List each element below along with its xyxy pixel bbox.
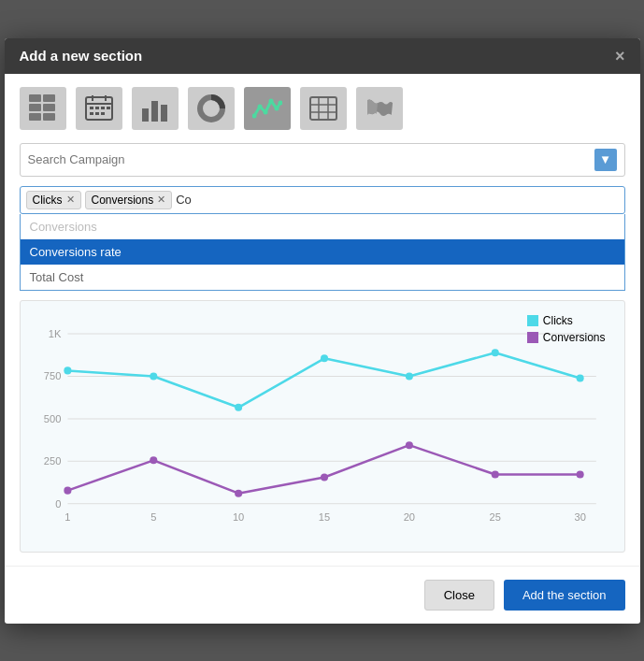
list-icon-box[interactable] [300,87,347,130]
svg-rect-13 [107,107,110,109]
close-button[interactable]: Close [424,580,494,611]
svg-rect-16 [101,112,105,115]
map-icon [365,93,394,123]
svg-text:30: 30 [574,510,585,522]
icon-row [20,87,625,130]
donut-chart-icon [196,93,226,123]
modal-body: ▼ Clicks ✕ Conversions ✕ Conversions Con… [5,74,640,566]
donut-chart-icon-box[interactable] [188,87,235,130]
svg-rect-10 [90,107,93,109]
legend-clicks-label: Clicks [543,314,573,327]
svg-rect-4 [29,113,41,121]
svg-text:1K: 1K [48,328,61,339]
list-icon [308,93,338,123]
bar-chart-icon [140,93,170,123]
svg-text:750: 750 [43,370,61,381]
add-section-button[interactable]: Add the section [504,580,625,611]
modal-header: Add a new section × [5,38,640,74]
svg-point-54 [320,354,327,362]
line-chart-icon-box[interactable] [244,87,291,130]
svg-text:15: 15 [318,510,329,522]
calendar-icon-box[interactable] [76,87,122,130]
svg-rect-5 [43,113,55,121]
line-chart-icon [252,93,282,123]
svg-rect-1 [43,94,55,102]
svg-text:5: 5 [150,510,156,522]
svg-text:10: 10 [232,510,243,522]
metrics-dropdown: Conversions Conversions rate Total Cost [20,214,625,291]
legend-conversions: Conversions [527,331,606,344]
legend-conversions-label: Conversions [543,331,606,344]
svg-text:0: 0 [55,497,61,509]
svg-rect-32 [527,315,538,326]
metrics-input-row[interactable]: Clicks ✕ Conversions ✕ [20,186,625,214]
dropdown-item-total-cost[interactable]: Total Cost [21,265,624,290]
modal-title: Add a new section [20,48,143,64]
svg-point-55 [405,372,412,380]
search-campaign-input[interactable] [28,152,594,166]
svg-rect-17 [142,108,149,122]
conversions-tag-label: Conversions [92,194,154,207]
map-icon-box[interactable] [356,87,403,130]
svg-rect-12 [101,107,105,109]
svg-rect-3 [43,104,55,111]
svg-text:1: 1 [64,510,70,522]
line-chart-svg: 1K 750 500 250 0 1 5 10 15 20 25 30 [30,314,615,542]
svg-rect-14 [90,112,93,115]
svg-text:20: 20 [403,510,414,522]
svg-rect-27 [310,97,336,120]
dropdown-item-conversions[interactable]: Conversions [21,214,624,239]
svg-text:500: 500 [43,412,61,424]
svg-point-24 [268,98,273,103]
data-table-icon [28,93,58,123]
svg-point-59 [150,456,157,464]
clicks-tag-label: Clicks [33,194,63,207]
svg-rect-0 [29,94,41,102]
svg-point-23 [263,109,267,114]
svg-text:250: 250 [43,455,61,467]
svg-point-58 [64,486,71,494]
metrics-tag-input[interactable] [176,193,333,207]
svg-rect-11 [95,107,99,109]
svg-point-57 [576,374,583,381]
svg-point-51 [64,366,71,374]
chart-area: Clicks Conversions 1K 750 500 250 [20,300,625,553]
svg-rect-15 [95,112,99,115]
bar-chart-icon-box[interactable] [132,87,179,130]
data-table-icon-box[interactable] [20,87,66,130]
search-campaign-row: ▼ [20,143,625,177]
svg-point-56 [491,349,498,356]
svg-point-52 [150,372,157,380]
close-icon[interactable]: × [615,48,625,65]
svg-point-60 [235,489,242,496]
clicks-tag: Clicks ✕ [26,191,81,209]
svg-point-63 [491,470,498,478]
legend-clicks: Clicks [527,314,606,327]
svg-text:25: 25 [489,510,500,522]
modal: Add a new section × [5,38,640,624]
svg-point-64 [576,470,583,478]
svg-point-22 [257,104,262,108]
svg-rect-2 [29,104,41,111]
svg-point-25 [274,106,279,110]
clicks-legend-icon [527,315,538,326]
svg-rect-33 [527,332,538,343]
svg-point-61 [320,473,327,481]
calendar-icon [84,93,114,123]
conversions-legend-icon [527,332,538,343]
conversions-tag-remove[interactable]: ✕ [157,194,165,206]
svg-point-53 [235,403,242,410]
chart-legend: Clicks Conversions [527,314,606,344]
conversions-tag: Conversions ✕ [85,191,173,209]
dropdown-item-conversions-rate[interactable]: Conversions rate [21,239,624,265]
svg-point-62 [405,441,412,449]
svg-rect-18 [151,101,158,122]
clicks-tag-remove[interactable]: ✕ [66,194,75,206]
svg-rect-19 [161,105,167,122]
search-dropdown-button[interactable]: ▼ [594,149,617,171]
modal-footer: Close Add the section [5,566,640,624]
